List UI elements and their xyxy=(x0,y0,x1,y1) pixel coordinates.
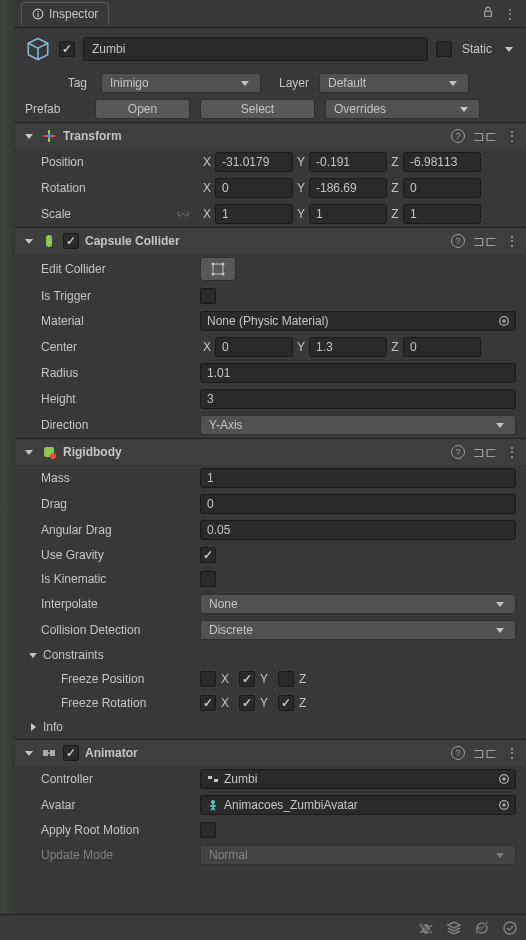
center-x-input[interactable] xyxy=(215,337,293,357)
layer-dropdown[interactable]: Default xyxy=(319,73,469,93)
position-z-input[interactable] xyxy=(403,152,481,172)
height-input[interactable] xyxy=(200,389,516,409)
center-z-input[interactable] xyxy=(403,337,481,357)
tab-menu-icon[interactable]: ⋮ xyxy=(499,6,520,22)
animator-enabled-checkbox[interactable] xyxy=(63,745,79,761)
scale-link-icon[interactable] xyxy=(176,207,190,221)
auto-refresh-icon[interactable] xyxy=(474,920,490,936)
prefab-overrides-dropdown[interactable]: Overrides xyxy=(325,99,480,119)
freeze-rot-z-checkbox[interactable] xyxy=(278,695,294,711)
component-menu-icon[interactable]: ⋮ xyxy=(505,745,518,761)
angular-drag-input[interactable] xyxy=(200,520,516,540)
preset-icon[interactable]: ⊐⊏ xyxy=(473,745,497,761)
rotation-y-input[interactable] xyxy=(309,178,387,198)
position-x-input[interactable] xyxy=(215,152,293,172)
constraints-foldout[interactable] xyxy=(27,649,39,661)
avatar-field[interactable]: Animacoes_ZumbiAvatar xyxy=(200,795,516,815)
position-y-input[interactable] xyxy=(309,152,387,172)
freeze-rot-x-checkbox[interactable] xyxy=(200,695,216,711)
component-menu-icon[interactable]: ⋮ xyxy=(505,444,518,460)
freeze-rot-y-checkbox[interactable] xyxy=(239,695,255,711)
preset-icon[interactable]: ⊐⊏ xyxy=(473,233,497,249)
bug-icon[interactable] xyxy=(418,920,434,936)
svg-rect-2 xyxy=(37,13,38,17)
interpolate-dropdown[interactable]: None xyxy=(200,594,516,614)
svg-rect-15 xyxy=(43,750,48,756)
constraints-label: Constraints xyxy=(39,648,104,662)
help-icon[interactable]: ? xyxy=(451,129,465,143)
preset-icon[interactable]: ⊐⊏ xyxy=(473,128,497,144)
info-foldout[interactable] xyxy=(27,721,39,733)
drag-label: Drag xyxy=(25,497,200,511)
tag-dropdown[interactable]: Inimigo xyxy=(101,73,261,93)
center-y-input[interactable] xyxy=(309,337,387,357)
use-gravity-checkbox[interactable] xyxy=(200,547,216,563)
direction-dropdown[interactable]: Y-Axis xyxy=(200,415,516,435)
help-icon[interactable]: ? xyxy=(451,234,465,248)
check-circle-icon[interactable] xyxy=(502,920,518,936)
static-dropdown-arrow[interactable] xyxy=(502,42,516,56)
lock-icon[interactable] xyxy=(477,5,499,22)
is-kinematic-checkbox[interactable] xyxy=(200,571,216,587)
info-icon xyxy=(32,8,44,20)
collision-detection-label: Collision Detection xyxy=(25,623,200,637)
prefab-select-button[interactable]: Select xyxy=(200,99,315,119)
svg-point-23 xyxy=(502,803,506,807)
freeze-pos-z-checkbox[interactable] xyxy=(278,671,294,687)
collision-detection-dropdown[interactable]: Discrete xyxy=(200,620,516,640)
prefab-label: Prefab xyxy=(25,102,85,116)
use-gravity-label: Use Gravity xyxy=(25,548,200,562)
angular-drag-label: Angular Drag xyxy=(25,523,200,537)
drag-input[interactable] xyxy=(200,494,516,514)
rotation-x-input[interactable] xyxy=(215,178,293,198)
object-picker-icon[interactable] xyxy=(497,772,511,786)
mass-input[interactable] xyxy=(200,468,516,488)
edit-collider-button[interactable] xyxy=(200,257,236,281)
prefab-open-button[interactable]: Open xyxy=(95,99,190,119)
gameobject-name-input[interactable] xyxy=(83,37,428,61)
controller-label: Controller xyxy=(25,772,200,786)
layers-icon[interactable] xyxy=(446,920,462,936)
position-label: Position xyxy=(25,155,200,169)
is-trigger-checkbox[interactable] xyxy=(200,288,216,304)
capsule-header[interactable]: Capsule Collider ? ⊐⊏ ⋮ xyxy=(15,228,526,254)
freeze-pos-y-checkbox[interactable] xyxy=(239,671,255,687)
static-checkbox[interactable] xyxy=(436,41,452,57)
svg-point-1 xyxy=(37,11,39,13)
preset-icon[interactable]: ⊐⊏ xyxy=(473,444,497,460)
foldout-icon xyxy=(23,235,35,247)
controller-field[interactable]: Zumbi xyxy=(200,769,516,789)
component-menu-icon[interactable]: ⋮ xyxy=(505,233,518,249)
scale-y-input[interactable] xyxy=(309,204,387,224)
active-checkbox[interactable] xyxy=(59,41,75,57)
material-field[interactable]: None (Physic Material) xyxy=(200,311,516,331)
controller-asset-icon xyxy=(207,773,219,785)
component-menu-icon[interactable]: ⋮ xyxy=(505,128,518,144)
animator-component: Animator ? ⊐⊏ ⋮ Controller Zumbi Avatar … xyxy=(15,739,526,868)
edit-collider-label: Edit Collider xyxy=(25,262,200,276)
update-mode-dropdown[interactable]: Normal xyxy=(200,845,516,865)
svg-point-10 xyxy=(222,273,225,276)
animator-header[interactable]: Animator ? ⊐⊏ ⋮ xyxy=(15,740,526,766)
rigidbody-title: Rigidbody xyxy=(63,445,445,459)
foldout-icon xyxy=(23,446,35,458)
transform-header[interactable]: Transform ? ⊐⊏ ⋮ xyxy=(15,123,526,149)
rigidbody-header[interactable]: Rigidbody ? ⊐⊏ ⋮ xyxy=(15,439,526,465)
rotation-z-input[interactable] xyxy=(403,178,481,198)
inspector-tab[interactable]: Inspector xyxy=(21,2,109,25)
svg-point-21 xyxy=(211,800,215,804)
help-icon[interactable]: ? xyxy=(451,445,465,459)
apply-root-motion-checkbox[interactable] xyxy=(200,822,216,838)
scale-z-input[interactable] xyxy=(403,204,481,224)
capsule-enabled-checkbox[interactable] xyxy=(63,233,79,249)
foldout-icon xyxy=(23,130,35,142)
object-picker-icon[interactable] xyxy=(497,314,511,328)
radius-input[interactable] xyxy=(200,363,516,383)
object-picker-icon[interactable] xyxy=(497,798,511,812)
freeze-pos-x-checkbox[interactable] xyxy=(200,671,216,687)
update-mode-label: Update Mode xyxy=(25,848,200,862)
scale-x-input[interactable] xyxy=(215,204,293,224)
help-icon[interactable]: ? xyxy=(451,746,465,760)
transform-component: Transform ? ⊐⊏ ⋮ Position X Y Z Rotation… xyxy=(15,122,526,227)
tab-bar: Inspector ⋮ xyxy=(15,0,526,28)
